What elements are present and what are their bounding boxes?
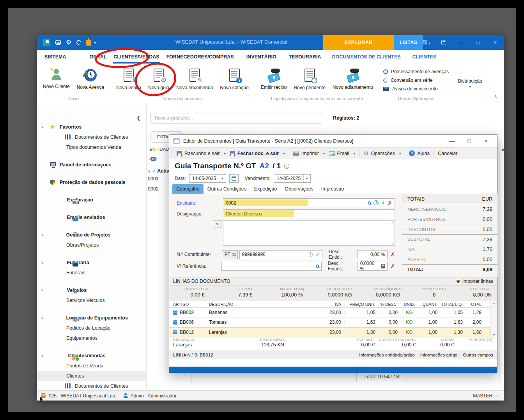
search-input[interactable] — [150, 113, 322, 124]
refresh-bolt-icon[interactable] — [381, 200, 385, 205]
col-preco-unit[interactable]: PREÇO UNIT. — [344, 302, 379, 307]
nova-cotacao-button[interactable]: Nova cotação — [216, 67, 252, 92]
menu-sistema[interactable]: SISTEMA — [43, 50, 68, 64]
chevron-down-icon[interactable]: ∨ — [41, 313, 44, 323]
sidebar-item-documentos-de-clientes[interactable]: Documentos de Clientes — [37, 132, 146, 142]
col-perc-desc[interactable]: % DESC. — [379, 302, 401, 307]
conversao-serie-button[interactable]: Conversão em série — [383, 76, 449, 85]
menu-fornecedores-compras[interactable]: FORNECEDORES/COMPRAS — [165, 50, 235, 64]
scroll-up-icon[interactable]: ▲ — [491, 302, 497, 305]
novo-pendente-button[interactable]: Novo pendente — [290, 67, 329, 92]
scroll-down-icon[interactable]: ▼ — [491, 333, 497, 337]
sidebar-item-emails-enviados[interactable]: Emails enviados — [37, 212, 146, 222]
sidebar-item-gestao-de-projetos[interactable]: ∨ Gestão de Projetos — [37, 230, 146, 240]
col-iva[interactable]: IVA — [322, 302, 344, 307]
sidebar-item-obras-projetos[interactable]: Obras/Projetos — [37, 240, 146, 250]
clear-icon[interactable]: ✗ — [390, 252, 395, 257]
emitir-recibo-button[interactable]: Emitir recibo — [257, 67, 290, 92]
table-row[interactable]: BB003 Bananas 23,00 1,05 0,00 KG 1,00 1,… — [169, 308, 490, 318]
novo-cliente-button[interactable]: ★ Novo Cliente — [39, 67, 73, 91]
sidebar-item-locacao-equipamentos[interactable]: ∨ Locação de Equipamentos — [37, 313, 146, 323]
sidebar-item-funeraria[interactable]: ∨ Funerária — [37, 258, 146, 268]
sidebar-item-funerais[interactable]: Funerais — [37, 268, 146, 278]
col-total-liq[interactable]: TOTAL LIQ. — [441, 302, 466, 307]
scroll-down-icon[interactable]: ∨ — [391, 241, 393, 245]
chevron-down-icon[interactable]: ∨ — [41, 258, 44, 268]
tab-impressao[interactable]: Impressão — [317, 184, 348, 194]
reference-input[interactable] — [221, 262, 322, 271]
database-icon[interactable] — [55, 40, 61, 45]
quick-access-chevron-icon[interactable]: ▾ — [94, 41, 96, 45]
info-icon[interactable]: i — [374, 200, 379, 205]
tab-outras-condicoes[interactable]: Outras Condições — [204, 184, 250, 194]
toolbar-grip[interactable] — [172, 150, 172, 157]
close-button[interactable]: × — [487, 39, 504, 46]
table-scrollbar[interactable]: ▲ ▼ — [490, 301, 497, 337]
ajuda-button[interactable]: ? Ajuda — [407, 150, 432, 156]
scroll-up-icon[interactable]: ∧ — [391, 221, 393, 225]
layout-grid-button[interactable]: ▾ — [418, 39, 435, 46]
entity-input[interactable]: 0002 i ✗ — [223, 198, 395, 207]
chevron-down-icon[interactable]: ∨ — [41, 351, 44, 361]
sidebar-item-pontos-de-venda[interactable]: Pontos de Venda — [37, 361, 146, 371]
sidebar-collapse-icon[interactable]: ❮ — [136, 115, 141, 121]
menu-inventario[interactable]: INVENTÁRIO — [245, 50, 278, 64]
menu-documentos-de-clientes[interactable]: DOCUMENTOS DE CLIENTES — [330, 50, 402, 64]
dialog-close-button[interactable]: × — [478, 138, 495, 144]
tab-expedicao[interactable]: Expedição — [250, 184, 281, 194]
col-unid[interactable]: UNID. — [401, 302, 418, 307]
operacoes-button[interactable]: ⚙ Operações — [361, 150, 403, 157]
nova-guia-button[interactable]: Nova guia — [145, 67, 173, 92]
app-logo-icon[interactable] — [42, 39, 50, 46]
col-total[interactable]: TOTAL — [466, 302, 485, 307]
cancelar-button[interactable]: Cancelar — [436, 151, 459, 156]
vat-input[interactable]: 999999990 i ✓ — [239, 250, 322, 259]
calculator-icon[interactable] — [381, 264, 385, 268]
chevron-down-icon[interactable]: ∨ — [41, 230, 44, 240]
distribuicao-button[interactable]: Distribuição ▾ — [453, 64, 487, 103]
sidebar-item-documentos-de-clientes-2[interactable]: Documentos de Clientes — [37, 381, 146, 391]
sidebar-item-clientes-vendas[interactable]: ∨ Clientes/Vendas — [37, 351, 146, 361]
entity-discount-input[interactable]: 0,00 % — [357, 250, 388, 259]
tab-cabecalho[interactable]: Cabeçalho — [172, 184, 204, 194]
sidebar-item-clientes[interactable]: Clientes — [37, 371, 146, 381]
vat-country-box[interactable]: PT — [222, 250, 237, 259]
ribbon-collapse-button[interactable]: ∧ — [487, 64, 504, 103]
importar-linhas-button[interactable]: Importar linhas — [457, 279, 493, 284]
imprimir-button[interactable]: Imprimir — [291, 151, 327, 156]
chevron-down-icon[interactable]: ∨ — [41, 122, 44, 132]
outros-campos-link[interactable]: Outros campos — [463, 353, 493, 357]
menu-clientes-vendas[interactable]: CLIENTES/VENDAS — [112, 50, 161, 64]
email-button[interactable]: Email — [327, 151, 357, 156]
col-descricao[interactable]: DESCRIÇÃO — [208, 302, 322, 307]
date-field[interactable]: 14-05-2025 ▾ — [189, 174, 226, 183]
dialog-resize-grip[interactable]: ∷∷ — [491, 368, 496, 371]
sidebar-item-veiculos[interactable]: ∨ Veículos — [37, 285, 146, 295]
minimize-button[interactable]: — — [452, 39, 469, 46]
nova-venda-button[interactable]: Nova venda — [113, 67, 145, 92]
resize-grip[interactable]: ∷ — [496, 394, 498, 398]
sort-abc-icon[interactable]: aBc — [149, 157, 158, 161]
informacoes-entidade-artigo-link[interactable]: Informações entidade/artigo — [359, 353, 415, 357]
menu-clientes[interactable]: CLIENTES — [411, 50, 438, 64]
dialog-maximize-button[interactable]: □ — [460, 138, 478, 144]
sidebar-item-favoritos[interactable]: ∨ ★ Favoritos — [37, 122, 146, 132]
due-date-field[interactable]: 14-05-2025 ▾ — [274, 174, 311, 183]
sidebar-item-exploracao[interactable]: Exploração — [37, 195, 146, 205]
notes-dropdown-button[interactable]: ▾ — [213, 220, 221, 228]
chevron-down-icon[interactable]: ▾ — [303, 175, 310, 182]
sidebar-item-pedidos-de-locacao[interactable]: Pedidos de Locação — [37, 323, 146, 333]
sidebar-item-tipos-documentos-venda[interactable]: Tipos documentos Venda — [37, 142, 146, 152]
calendar-button[interactable] — [229, 174, 239, 183]
designation-input[interactable]: Clientes Diversos — [223, 209, 395, 218]
col-quant[interactable]: QUANT. — [418, 302, 441, 307]
tab-observacoes[interactable]: Observações — [281, 184, 317, 194]
notes-textarea[interactable]: ∧ ∨ — [223, 220, 395, 246]
clear-icon[interactable]: ✗ — [390, 263, 395, 269]
refresh-icon[interactable] — [76, 39, 82, 46]
table-row[interactable]: BB006 Tomates 23,00 1,63 0,00 KG 1,00 1,… — [169, 318, 490, 327]
informacoes-artigo-link[interactable]: Informações artigo — [420, 353, 457, 357]
nova-avenca-button[interactable]: Nova Avença — [73, 67, 108, 92]
touch-mode-icon[interactable] — [86, 40, 91, 46]
menu-tesouraria[interactable]: TESOURARIA — [287, 50, 323, 64]
